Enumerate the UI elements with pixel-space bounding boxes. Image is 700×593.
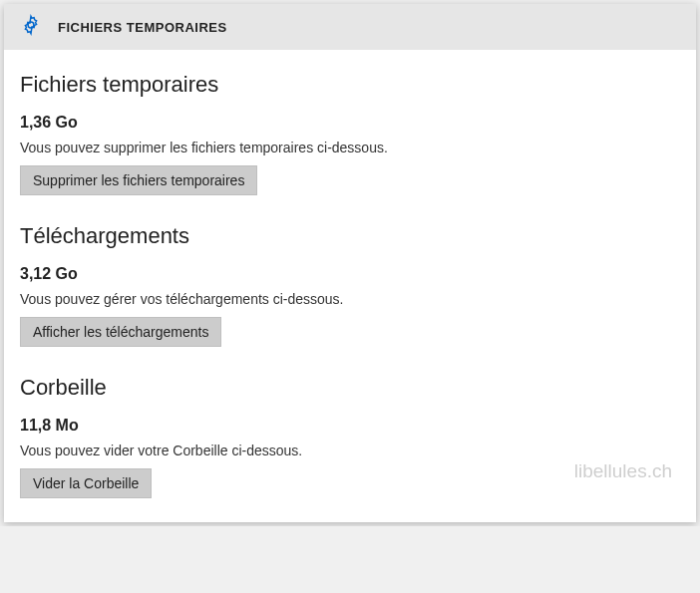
show-downloads-button[interactable]: Afficher les téléchargements [20,317,221,347]
section-temp-files: Fichiers temporaires 1,36 Go Vous pouvez… [20,72,680,195]
section-title: Corbeille [20,375,680,401]
section-title: Fichiers temporaires [20,72,680,98]
downloads-desc: Vous pouvez gérer vos téléchargements ci… [20,291,680,307]
trash-size: 11,8 Mo [20,417,680,435]
temp-size: 1,36 Go [20,114,680,132]
delete-temp-button[interactable]: Supprimer les fichiers temporaires [20,165,257,195]
content-area: Fichiers temporaires 1,36 Go Vous pouvez… [4,50,696,522]
window-header: FICHIERS TEMPORAIRES [4,4,696,50]
trash-desc: Vous pouvez vider votre Corbeille ci-des… [20,443,680,458]
downloads-size: 3,12 Go [20,265,680,283]
empty-trash-button[interactable]: Vider la Corbeille [20,468,152,498]
temp-desc: Vous pouvez supprimer les fichiers tempo… [20,140,680,155]
section-trash: Corbeille 11,8 Mo Vous pouvez vider votr… [20,375,680,498]
section-title: Téléchargements [20,223,680,249]
gear-icon [20,14,42,40]
settings-window: FICHIERS TEMPORAIRES Fichiers temporaire… [4,4,696,522]
window-title: FICHIERS TEMPORAIRES [58,20,227,35]
section-downloads: Téléchargements 3,12 Go Vous pouvez gére… [20,223,680,347]
